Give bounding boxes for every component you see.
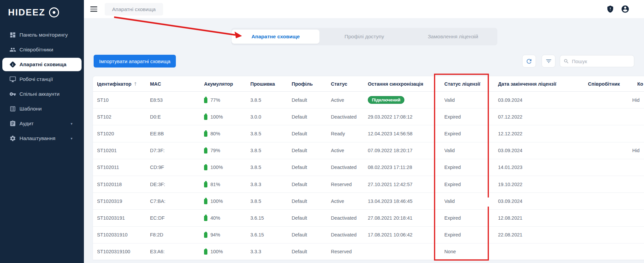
firmware-cell: 3.6.15 xyxy=(250,227,264,243)
table-row[interactable]: ST102011CD:9F100%3.8.5DefaultDeactivated… xyxy=(93,159,644,176)
sidebar-item-settings[interactable]: Налаштування ▾ xyxy=(0,131,84,146)
filter-button[interactable] xyxy=(542,55,555,68)
license-status-cell: Expired xyxy=(444,227,461,243)
employee-cell: Hid xyxy=(632,142,640,159)
mac-cell: EC:DF xyxy=(150,210,165,226)
battery-cell: 80% xyxy=(204,125,220,142)
profile-cell: Default xyxy=(292,125,307,142)
dashboard-icon xyxy=(9,32,16,38)
vaults-table: Ідентифікатор↑MACАкумуляторПрошивкаПрофі… xyxy=(93,76,644,260)
search-input[interactable] xyxy=(572,58,629,64)
table-row[interactable]: ST1020EE:8B80%3.8.5DefaultReady12.04.202… xyxy=(93,125,644,142)
battery-icon xyxy=(204,249,207,255)
sidebar-item-shared-accounts[interactable]: Спільні аккаунти xyxy=(0,87,84,101)
column-header-status[interactable]: Статус xyxy=(331,76,347,91)
sidebar-item-label: Співробітники xyxy=(19,47,53,53)
battery-icon xyxy=(204,98,207,103)
sidebar-item-audit[interactable]: Аудит ▾ xyxy=(0,116,84,131)
tab-license-orders[interactable]: Замовлення ліцензій xyxy=(409,30,497,44)
import-vaults-button[interactable]: Імпортувати апаратні сховища xyxy=(94,55,176,68)
column-header-mac[interactable]: MAC xyxy=(150,76,161,91)
mac-cell: D7:3F: xyxy=(150,142,165,159)
sidebar-item-templates[interactable]: Шаблони xyxy=(0,101,84,116)
battery-cell: 40% xyxy=(204,210,220,226)
mac-cell: CD:9F xyxy=(150,159,164,176)
table-body: ST10E8:5377%3.8.5DefaultActiveПідключени… xyxy=(93,92,644,260)
vault-id-cell: ST102011 xyxy=(97,159,119,176)
firmware-cell: 3.8.5 xyxy=(250,159,261,176)
sidebar-item-dashboard[interactable]: Панель моніторингу xyxy=(0,28,84,42)
last-sync-cell: 12.04.2023 14:56:58 xyxy=(368,125,412,142)
status-cell: Reserved xyxy=(331,176,352,192)
column-header-profile[interactable]: Профіль xyxy=(292,76,313,91)
profile-cell: Default xyxy=(292,159,307,176)
sort-ascending-icon: ↑ xyxy=(134,81,138,87)
sidebar-item-label: Робочі станції xyxy=(19,76,53,82)
battery-cell: 79% xyxy=(204,142,220,159)
column-header-firmware[interactable]: Прошивка xyxy=(250,76,275,91)
firmware-cell: 3.8.5 xyxy=(250,125,261,142)
battery-icon xyxy=(204,165,207,170)
table-row[interactable]: ST1020319C7:BA:100%3.8.5DefaultActive13.… xyxy=(93,193,644,210)
last-sync-cell: 08.02.2023 17:11:28 xyxy=(368,159,412,176)
hideez-logo-icon xyxy=(48,7,60,18)
people-icon xyxy=(9,46,16,53)
key-icon xyxy=(9,91,16,97)
connected-badge: Підключений xyxy=(368,96,404,104)
status-cell: Deactivated xyxy=(331,108,357,125)
sidebar-item-label: Спільні аккаунти xyxy=(19,91,60,97)
topbar: Апаратні сховища xyxy=(84,0,644,18)
mac-cell: C7:BA: xyxy=(150,193,165,209)
filter-icon xyxy=(545,58,552,64)
sidebar-item-hardware-vaults[interactable]: i Апаратні сховища xyxy=(2,58,82,71)
license-expiry-cell: 14.01.2023 xyxy=(498,159,523,176)
hideez-logo: HIDEEZ xyxy=(0,0,84,24)
tab-access-profiles[interactable]: Профілі доступу xyxy=(320,30,408,44)
profile-cell: Default xyxy=(292,108,307,125)
table-row[interactable]: ST1020118DE:3F:81%3.8.3DefaultReserved27… xyxy=(93,176,644,193)
column-header-license-expiry[interactable]: Дата закінчення ліцензії xyxy=(498,76,556,91)
vault-id-cell: ST10201 xyxy=(97,142,117,159)
firmware-cell: 3.8.5 xyxy=(250,193,261,209)
column-header-last-sync[interactable]: Остання синхронізація xyxy=(368,76,423,91)
refresh-button[interactable] xyxy=(522,55,536,68)
last-sync-cell: 29.03.2022 17:08:12 xyxy=(368,108,412,125)
last-sync-cell: 17.08.2021 10:06:42 xyxy=(368,227,412,243)
table-row[interactable]: ST10203191EC:DF40%3.6.15DefaultDeactivat… xyxy=(93,210,644,226)
battery-cell: 77% xyxy=(204,92,220,108)
profile-cell: Default xyxy=(292,227,307,243)
sidebar-item-employees[interactable]: Співробітники xyxy=(0,42,84,57)
table-row[interactable]: ST102031910F8:2D94%3.6.15DefaultDeactiva… xyxy=(93,227,644,244)
table-row[interactable]: ST1020319100E3:A6:100%3.3.3DefaultReserv… xyxy=(93,244,644,260)
column-header-license-status[interactable]: Статус ліцензії xyxy=(444,76,480,91)
firmware-cell: 3.3.3 xyxy=(250,244,261,260)
column-header-identifier[interactable]: Ідентифікатор↑ xyxy=(97,76,137,91)
firmware-cell: 3.8.5 xyxy=(250,92,261,108)
vault-id-cell: ST102 xyxy=(97,108,111,125)
table-row[interactable]: ST10201D7:3F:79%3.8.5DefaultActive07.09.… xyxy=(93,142,644,159)
status-cell: Active xyxy=(331,92,344,108)
clipboard-icon xyxy=(9,120,16,127)
hamburger-menu-icon[interactable] xyxy=(90,6,97,12)
license-status-cell: Expired xyxy=(444,125,461,142)
sidebar-item-label: Налаштування xyxy=(19,135,55,141)
vault-diamond-icon: i xyxy=(9,61,16,68)
sidebar-item-workstations[interactable]: Робочі станції xyxy=(0,72,84,87)
mac-cell: EE:8B xyxy=(150,125,164,142)
license-expiry-cell: 19.10.2022 xyxy=(498,176,523,192)
sidebar: HIDEEZ Панель моніторингу Співробітники … xyxy=(0,0,84,263)
table-row[interactable]: ST10E8:5377%3.8.5DefaultActiveПідключени… xyxy=(93,92,644,108)
column-header-employee[interactable]: Співробітник xyxy=(588,76,620,91)
account-circle-icon[interactable] xyxy=(621,5,630,13)
app-window: { "brand": { "logo_text": "HIDEEZ" }, "s… xyxy=(0,0,644,263)
battery-cell: 100% xyxy=(204,159,223,176)
chevron-down-icon: ▾ xyxy=(70,122,72,126)
search-box xyxy=(560,55,634,67)
profile-cell: Default xyxy=(292,244,307,260)
logo-text: HIDEEZ xyxy=(8,7,45,18)
table-row[interactable]: ST102D0:E100%3.0.0DefaultDeactivated29.0… xyxy=(93,108,644,125)
column-header-battery[interactable]: Акумулятор xyxy=(204,76,233,91)
shield-alert-icon[interactable] xyxy=(606,5,614,13)
tab-hardware-vault[interactable]: Апаратне сховище xyxy=(232,30,319,44)
column-header-ko[interactable]: Ко xyxy=(637,76,643,91)
